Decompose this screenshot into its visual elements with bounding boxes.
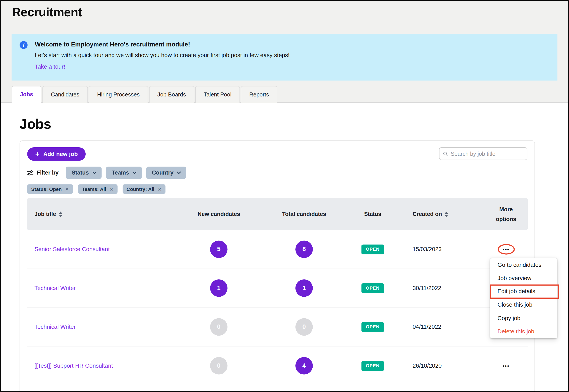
banner-title: Welcome to Employment Hero's recruitment…: [35, 41, 549, 48]
status-filter-dropdown[interactable]: Status: [66, 167, 101, 179]
total-candidates-count: 4: [295, 357, 313, 375]
table-row: [[Test]] Support HR Consultant 0 4 OPEN …: [27, 346, 528, 385]
take-a-tour-link[interactable]: Take a tour!: [35, 63, 65, 70]
search-input[interactable]: [451, 150, 523, 157]
job-title-link[interactable]: Technical Writer: [27, 324, 183, 330]
new-candidates-count: 0: [210, 357, 228, 375]
chevron-down-icon: [177, 170, 181, 174]
created-on-date: 15/03/2023: [392, 246, 485, 253]
tab-jobs[interactable]: Jobs: [12, 86, 41, 103]
header-new-candidates: New candidates: [183, 211, 254, 217]
job-title-link[interactable]: Technical Writer: [27, 285, 183, 292]
recruitment-page: Recruitment i Welcome to Employment Hero…: [0, 0, 569, 392]
tab-talent-pool[interactable]: Talent Pool: [195, 86, 240, 103]
remove-chip-icon[interactable]: ✕: [157, 186, 162, 192]
plus-icon: +: [35, 150, 40, 158]
table-header-row: Job title New candidates Total candidate…: [27, 198, 528, 230]
more-options-button[interactable]: •••: [503, 363, 510, 369]
tab-hiring-processes[interactable]: Hiring Processes: [89, 86, 148, 103]
page-title: Recruitment: [1, 1, 568, 19]
tab-reports[interactable]: Reports: [241, 86, 277, 103]
welcome-banner: i Welcome to Employment Hero's recruitme…: [12, 34, 557, 81]
jobs-section-title: Jobs: [1, 103, 568, 132]
total-candidates-count: 8: [295, 241, 313, 258]
menu-item-close-this-job[interactable]: Close this job: [490, 298, 557, 311]
new-candidates-count: 5: [210, 241, 228, 258]
job-search-box[interactable]: [439, 147, 527, 160]
status-badge: OPEN: [361, 244, 384, 254]
chip-teams-all: Teams: All ✕: [78, 184, 117, 194]
add-new-job-label: Add new job: [43, 151, 78, 157]
sort-icon: [59, 211, 62, 217]
chip-country-all: Country: All ✕: [123, 184, 166, 194]
table-row: Technical Writer 1 1 OPEN 30/11/2022 •••: [27, 269, 528, 308]
header-job-title[interactable]: Job title: [27, 211, 183, 217]
remove-chip-icon[interactable]: ✕: [65, 186, 69, 192]
search-icon: [443, 151, 448, 157]
menu-item-job-overview[interactable]: Job overview: [490, 272, 557, 285]
chevron-down-icon: [92, 170, 97, 174]
created-on-date: 30/11/2022: [392, 285, 485, 292]
new-candidates-count: 0: [210, 318, 228, 336]
jobs-table: Job title New candidates Total candidate…: [27, 198, 528, 385]
active-filter-chips: Status: Open ✕ Teams: All ✕ Country: All…: [20, 179, 534, 194]
new-candidates-count: 1: [210, 280, 228, 297]
tab-candidates[interactable]: Candidates: [42, 86, 88, 103]
menu-item-edit-job-details[interactable]: Edit job details: [490, 285, 557, 298]
header-status: Status: [354, 211, 392, 217]
header-more-options: More options: [485, 204, 528, 224]
remove-chip-icon[interactable]: ✕: [110, 186, 113, 192]
jobs-card: + Add new job: [20, 140, 535, 392]
total-candidates-count: 1: [295, 280, 313, 297]
chevron-down-icon: [133, 170, 137, 174]
add-new-job-button[interactable]: + Add new job: [27, 147, 86, 161]
header-total-candidates: Total candidates: [254, 211, 354, 217]
menu-item-copy-job[interactable]: Copy job: [490, 311, 557, 325]
header-created-on[interactable]: Created on: [392, 211, 485, 217]
sort-icon: [444, 211, 448, 217]
filter-by-label: Filter by: [27, 169, 59, 176]
more-options-menu: Go to candidates Job overview Edit job d…: [490, 258, 557, 338]
created-on-date: 26/10/2020: [392, 363, 485, 369]
filter-row: Filter by Status Teams Country: [20, 161, 534, 179]
job-title-link[interactable]: Senior Salesforce Consultant: [27, 246, 183, 253]
status-badge: OPEN: [361, 283, 384, 293]
menu-item-go-to-candidates[interactable]: Go to candidates: [490, 258, 557, 272]
job-title-link[interactable]: [[Test]] Support HR Consultant: [27, 363, 183, 369]
status-badge: OPEN: [361, 322, 384, 332]
status-badge: OPEN: [361, 361, 384, 371]
tab-job-boards[interactable]: Job Boards: [149, 86, 194, 103]
table-row: Technical Writer 0 0 OPEN 04/11/2022 •••: [27, 308, 528, 347]
jobs-section: Jobs + Add new job: [1, 103, 568, 392]
country-filter-dropdown[interactable]: Country: [146, 167, 186, 179]
banner-body: Let's start with a quick tour and we wil…: [35, 52, 549, 59]
filter-icon: [27, 170, 33, 175]
more-options-button[interactable]: •••: [503, 246, 510, 252]
module-tabs: Jobs Candidates Hiring Processes Job Boa…: [1, 86, 568, 103]
teams-filter-dropdown[interactable]: Teams: [106, 167, 142, 179]
total-candidates-count: 0: [295, 318, 313, 336]
chip-status-open: Status: Open ✕: [27, 184, 73, 194]
table-row: Senior Salesforce Consultant 5 8 OPEN 15…: [27, 230, 528, 269]
created-on-date: 04/11/2022: [392, 324, 485, 330]
page-header-region: Recruitment i Welcome to Employment Hero…: [1, 1, 568, 103]
menu-item-delete-this-job[interactable]: Delete this job: [490, 325, 557, 338]
info-icon: i: [20, 41, 28, 49]
